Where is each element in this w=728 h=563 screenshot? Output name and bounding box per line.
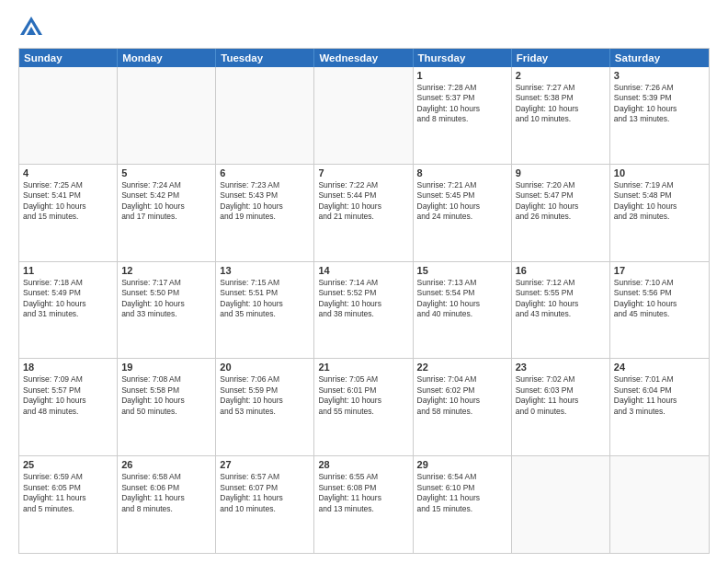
day-number: 12 (121, 265, 211, 276)
day-number: 10 (614, 167, 705, 178)
cell-info: Sunrise: 7:17 AM Sunset: 5:50 PM Dayligh… (121, 278, 211, 320)
day-number: 17 (614, 265, 705, 276)
day-number: 15 (417, 265, 507, 276)
calendar-cell: 17Sunrise: 7:10 AM Sunset: 5:56 PM Dayli… (610, 262, 709, 359)
cell-info: Sunrise: 7:22 AM Sunset: 5:44 PM Dayligh… (318, 180, 408, 223)
logo (18, 15, 48, 40)
calendar-cell: 6Sunrise: 7:23 AM Sunset: 5:43 PM Daylig… (216, 165, 314, 261)
calendar-cell: 5Sunrise: 7:24 AM Sunset: 5:42 PM Daylig… (118, 165, 216, 261)
day-number: 3 (614, 70, 705, 81)
cell-info: Sunrise: 7:09 AM Sunset: 5:57 PM Dayligh… (23, 374, 113, 417)
day-number: 7 (318, 167, 408, 178)
day-number: 22 (417, 362, 507, 373)
cell-info: Sunrise: 7:21 AM Sunset: 5:45 PM Dayligh… (417, 180, 507, 223)
header (18, 15, 710, 40)
day-number: 13 (220, 265, 310, 276)
day-number: 18 (23, 362, 113, 373)
calendar-row-1: 4Sunrise: 7:25 AM Sunset: 5:41 PM Daylig… (19, 165, 709, 262)
header-day-friday: Friday (512, 49, 610, 67)
calendar-cell: 13Sunrise: 7:15 AM Sunset: 5:51 PM Dayli… (216, 262, 314, 359)
day-number: 20 (220, 362, 310, 373)
calendar-cell: 24Sunrise: 7:01 AM Sunset: 6:04 PM Dayli… (610, 359, 709, 455)
day-number: 28 (318, 459, 408, 470)
calendar-cell (118, 67, 216, 164)
calendar-row-2: 11Sunrise: 7:18 AM Sunset: 5:49 PM Dayli… (19, 262, 709, 360)
calendar-row-4: 25Sunrise: 6:59 AM Sunset: 6:05 PM Dayli… (19, 456, 709, 553)
day-number: 8 (417, 167, 507, 178)
cell-info: Sunrise: 7:23 AM Sunset: 5:43 PM Dayligh… (220, 180, 310, 223)
cell-info: Sunrise: 7:04 AM Sunset: 6:02 PM Dayligh… (417, 374, 507, 417)
calendar-cell: 18Sunrise: 7:09 AM Sunset: 5:57 PM Dayli… (19, 359, 118, 455)
calendar-cell: 20Sunrise: 7:06 AM Sunset: 5:59 PM Dayli… (216, 359, 314, 455)
cell-info: Sunrise: 7:01 AM Sunset: 6:04 PM Dayligh… (614, 374, 705, 417)
cell-info: Sunrise: 7:02 AM Sunset: 6:03 PM Dayligh… (516, 374, 606, 417)
calendar-cell: 26Sunrise: 6:58 AM Sunset: 6:06 PM Dayli… (118, 456, 216, 553)
header-day-tuesday: Tuesday (216, 49, 314, 67)
day-number: 26 (121, 459, 211, 470)
day-number: 4 (23, 167, 113, 178)
calendar: SundayMondayTuesdayWednesdayThursdayFrid… (18, 48, 710, 554)
calendar-cell: 27Sunrise: 6:57 AM Sunset: 6:07 PM Dayli… (216, 456, 314, 553)
calendar-row-0: 1Sunrise: 7:28 AM Sunset: 5:37 PM Daylig… (19, 67, 709, 165)
calendar-cell: 29Sunrise: 6:54 AM Sunset: 6:10 PM Dayli… (414, 456, 512, 553)
calendar-cell: 9Sunrise: 7:20 AM Sunset: 5:47 PM Daylig… (512, 165, 610, 261)
calendar-cell: 12Sunrise: 7:17 AM Sunset: 5:50 PM Dayli… (118, 262, 216, 359)
calendar-cell: 21Sunrise: 7:05 AM Sunset: 6:01 PM Dayli… (314, 359, 413, 455)
header-day-thursday: Thursday (414, 49, 512, 67)
cell-info: Sunrise: 7:18 AM Sunset: 5:49 PM Dayligh… (23, 278, 113, 320)
logo-icon (18, 15, 44, 40)
calendar-cell: 22Sunrise: 7:04 AM Sunset: 6:02 PM Dayli… (414, 359, 512, 455)
cell-info: Sunrise: 7:05 AM Sunset: 6:01 PM Dayligh… (318, 374, 408, 417)
calendar-cell: 3Sunrise: 7:26 AM Sunset: 5:39 PM Daylig… (610, 67, 709, 164)
day-number: 16 (516, 265, 606, 276)
day-number: 29 (417, 459, 507, 470)
day-number: 1 (417, 70, 507, 81)
calendar-cell (512, 456, 610, 553)
cell-info: Sunrise: 7:25 AM Sunset: 5:41 PM Dayligh… (23, 180, 113, 223)
calendar-cell: 14Sunrise: 7:14 AM Sunset: 5:52 PM Dayli… (314, 262, 413, 359)
calendar-cell: 1Sunrise: 7:28 AM Sunset: 5:37 PM Daylig… (414, 67, 512, 164)
cell-info: Sunrise: 6:55 AM Sunset: 6:08 PM Dayligh… (318, 472, 408, 514)
day-number: 21 (318, 362, 408, 373)
calendar-cell: 16Sunrise: 7:12 AM Sunset: 5:55 PM Dayli… (512, 262, 610, 359)
calendar-cell: 7Sunrise: 7:22 AM Sunset: 5:44 PM Daylig… (314, 165, 413, 261)
cell-info: Sunrise: 7:12 AM Sunset: 5:55 PM Dayligh… (516, 278, 606, 320)
cell-info: Sunrise: 7:26 AM Sunset: 5:39 PM Dayligh… (614, 83, 705, 125)
cell-info: Sunrise: 7:19 AM Sunset: 5:48 PM Dayligh… (614, 180, 705, 223)
header-day-monday: Monday (118, 49, 216, 67)
calendar-cell: 15Sunrise: 7:13 AM Sunset: 5:54 PM Dayli… (414, 262, 512, 359)
cell-info: Sunrise: 7:28 AM Sunset: 5:37 PM Dayligh… (417, 83, 507, 125)
day-number: 24 (614, 362, 705, 373)
calendar-cell: 2Sunrise: 7:27 AM Sunset: 5:38 PM Daylig… (512, 67, 610, 164)
cell-info: Sunrise: 6:57 AM Sunset: 6:07 PM Dayligh… (220, 472, 310, 514)
calendar-cell: 19Sunrise: 7:08 AM Sunset: 5:58 PM Dayli… (118, 359, 216, 455)
calendar-cell: 4Sunrise: 7:25 AM Sunset: 5:41 PM Daylig… (19, 165, 118, 261)
calendar-body: 1Sunrise: 7:28 AM Sunset: 5:37 PM Daylig… (19, 67, 709, 553)
calendar-cell: 25Sunrise: 6:59 AM Sunset: 6:05 PM Dayli… (19, 456, 118, 553)
calendar-row-3: 18Sunrise: 7:09 AM Sunset: 5:57 PM Dayli… (19, 359, 709, 456)
day-number: 25 (23, 459, 113, 470)
header-day-saturday: Saturday (610, 49, 709, 67)
cell-info: Sunrise: 7:20 AM Sunset: 5:47 PM Dayligh… (516, 180, 606, 223)
calendar-cell (314, 67, 413, 164)
day-number: 6 (220, 167, 310, 178)
calendar-cell (19, 67, 118, 164)
header-day-wednesday: Wednesday (314, 49, 413, 67)
calendar-cell: 28Sunrise: 6:55 AM Sunset: 6:08 PM Dayli… (314, 456, 413, 553)
cell-info: Sunrise: 7:10 AM Sunset: 5:56 PM Dayligh… (614, 278, 705, 320)
cell-info: Sunrise: 7:06 AM Sunset: 5:59 PM Dayligh… (220, 374, 310, 417)
day-number: 5 (121, 167, 211, 178)
cell-info: Sunrise: 7:14 AM Sunset: 5:52 PM Dayligh… (318, 278, 408, 320)
day-number: 11 (23, 265, 113, 276)
day-number: 2 (516, 70, 606, 81)
cell-info: Sunrise: 6:58 AM Sunset: 6:06 PM Dayligh… (121, 472, 211, 514)
page: SundayMondayTuesdayWednesdayThursdayFrid… (0, 0, 728, 563)
cell-info: Sunrise: 7:15 AM Sunset: 5:51 PM Dayligh… (220, 278, 310, 320)
cell-info: Sunrise: 6:59 AM Sunset: 6:05 PM Dayligh… (23, 472, 113, 514)
calendar-cell: 10Sunrise: 7:19 AM Sunset: 5:48 PM Dayli… (610, 165, 709, 261)
calendar-cell: 11Sunrise: 7:18 AM Sunset: 5:49 PM Dayli… (19, 262, 118, 359)
header-day-sunday: Sunday (19, 49, 118, 67)
calendar-cell: 23Sunrise: 7:02 AM Sunset: 6:03 PM Dayli… (512, 359, 610, 455)
cell-info: Sunrise: 7:13 AM Sunset: 5:54 PM Dayligh… (417, 278, 507, 320)
day-number: 9 (516, 167, 606, 178)
